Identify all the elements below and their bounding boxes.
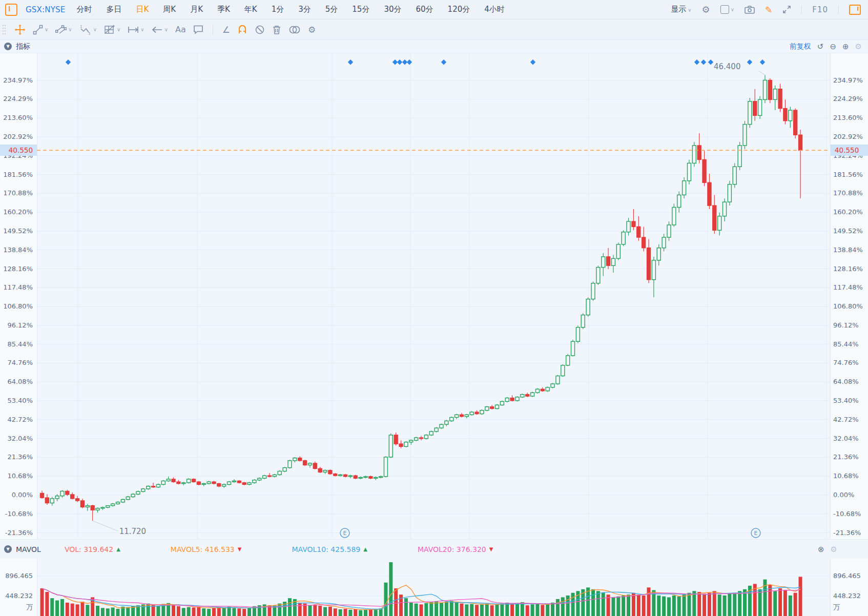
svg-text:E: E [343, 530, 347, 537]
y-axis-label: 106.80% [833, 302, 867, 311]
up-triangle-icon: ▲ [363, 546, 367, 552]
sidebar-toggle-icon[interactable] [5, 4, 17, 16]
event-diamond-icon [747, 59, 752, 65]
volume-indicator-bar: ▼ MAVOL VOL: 319.642▲MAVOL5: 416.533▼MAV… [0, 539, 868, 559]
main-chart-pane[interactable]: EE 234.97%234.97%224.29%224.29%213.60%21… [0, 53, 868, 539]
y-axis-label: 32.04% [833, 435, 867, 443]
mavol-legend-item[interactable]: MAVOL10: 425.589▲ [292, 545, 367, 553]
event-diamond-icon [708, 59, 713, 65]
volume-axis-unit: 万 [0, 603, 33, 612]
tab-120分[interactable]: 120分 [448, 5, 470, 14]
high-price-annotation: 46.400 [714, 62, 741, 71]
settings-icon[interactable]: ⚙ [702, 4, 710, 15]
event-diamond-icon [397, 59, 402, 65]
y-axis-label: 42.72% [0, 416, 33, 424]
y-axis-label: 181.56% [0, 171, 33, 179]
zoom-out-icon[interactable]: ⊖ [830, 42, 836, 51]
down-triangle-icon: ▼ [489, 546, 493, 552]
arrow-tool-icon[interactable]: ∨ [152, 26, 168, 34]
chevron-down-icon: ∨ [688, 7, 691, 13]
move-tool-icon[interactable] [14, 24, 26, 35]
y-axis-label: 32.04% [0, 435, 33, 443]
adjust-mode-button[interactable]: 前复权 [790, 42, 811, 51]
y-axis-label: 128.16% [0, 265, 33, 273]
right-panel-toggle-icon[interactable] [849, 5, 861, 15]
event-diamond-icon [402, 59, 407, 65]
tab-年K[interactable]: 年K [244, 5, 257, 14]
collapse-indicator-icon[interactable]: ▼ [4, 43, 12, 50]
volume-pane[interactable]: 896.465896.465448.232448.232万万 [0, 559, 868, 616]
volume-chart[interactable] [0, 559, 868, 616]
zoom-in-icon[interactable]: ⊕ [842, 42, 849, 51]
y-axis-label: 96.12% [0, 321, 33, 330]
measure-tool-icon[interactable]: ∨ [128, 25, 144, 34]
layout-selector-icon[interactable]: ∨ [720, 5, 734, 14]
y-axis-label: 117.48% [833, 283, 867, 292]
pane-settings-icon[interactable]: ⚙ [855, 42, 862, 51]
hide-drawings-icon[interactable] [255, 25, 265, 35]
y-axis-label: 74.76% [0, 359, 33, 367]
draw-pencil-icon[interactable]: ✎ [765, 5, 772, 15]
volume-axis-unit: 万 [833, 603, 867, 612]
fullscreen-icon[interactable] [782, 5, 791, 14]
tab-日K[interactable]: 日K [136, 5, 149, 14]
y-axis-label: 64.08% [833, 378, 867, 386]
collapse-volume-icon[interactable]: ▼ [4, 545, 12, 553]
tab-60分[interactable]: 60分 [416, 5, 433, 14]
tab-4小时[interactable]: 4小时 [484, 5, 505, 14]
chevron-down-icon: ∨ [45, 27, 48, 32]
event-diamond-icon [530, 59, 535, 65]
symbol-label[interactable]: GSX:NYSE [26, 5, 65, 14]
close-volume-pane-icon[interactable]: ⊗ [818, 545, 824, 554]
delete-drawings-icon[interactable] [272, 25, 281, 35]
tab-15分[interactable]: 15分 [352, 5, 369, 14]
y-axis-label: 85.44% [833, 340, 867, 348]
y-axis-label: 74.76% [833, 359, 867, 367]
channel-tool-icon[interactable]: ∨ [55, 25, 72, 35]
mavol-title: MAVOL [16, 545, 41, 553]
volume-settings-icon[interactable]: ⚙ [831, 545, 837, 554]
volume-axis-label: 448.232 [833, 592, 867, 600]
compare-overlay-icon[interactable] [288, 25, 301, 34]
wave-tool-icon[interactable]: 13 ∨ [79, 24, 97, 35]
trendline-tool-icon[interactable]: ∨ [33, 25, 48, 35]
tab-分时[interactable]: 分时 [76, 5, 92, 14]
pattern-tool-icon[interactable]: ∨ [104, 24, 120, 35]
tab-周K[interactable]: 周K [163, 5, 176, 14]
tab-3分[interactable]: 3分 [298, 5, 311, 14]
reset-zoom-icon[interactable]: ↺ [817, 42, 824, 51]
mavol-legend-item[interactable]: MAVOL5: 416.533▼ [171, 545, 242, 553]
y-axis-label: 170.88% [0, 189, 33, 197]
y-axis-label: -21.36% [833, 529, 867, 537]
chevron-down-icon: ∨ [93, 27, 97, 32]
mavol-legend-item[interactable]: VOL: 319.642▲ [65, 545, 120, 553]
display-dropdown[interactable]: 显示∨ [671, 5, 691, 14]
tab-季K[interactable]: 季K [217, 5, 230, 14]
y-axis-label: -10.68% [0, 510, 33, 518]
chevron-down-icon: ∨ [731, 7, 734, 12]
y-axis-label: 160.20% [833, 208, 867, 216]
tab-1分[interactable]: 1分 [272, 5, 284, 14]
tab-30分[interactable]: 30分 [384, 5, 401, 14]
y-axis-label: 128.16% [833, 265, 867, 273]
text-tool-icon[interactable]: Aa [175, 25, 186, 34]
candlestick-chart[interactable]: EE [0, 53, 868, 539]
drag-handle[interactable] [2, 24, 6, 35]
tab-多日[interactable]: 多日 [106, 5, 121, 14]
y-axis-label: -21.36% [0, 529, 33, 537]
tab-月K[interactable]: 月K [190, 5, 203, 14]
angle-tool-icon[interactable]: ∠ [222, 25, 230, 35]
screenshot-camera-icon[interactable] [745, 6, 755, 14]
y-axis-label: 224.29% [0, 95, 33, 103]
mavol-legend-item[interactable]: MAVOL20: 376.320▼ [418, 545, 493, 553]
toolbar-settings-icon[interactable]: ⚙ [308, 25, 316, 35]
y-axis-label: 149.52% [0, 227, 33, 235]
up-triangle-icon: ▲ [116, 546, 120, 552]
tab-5分[interactable]: 5分 [325, 5, 338, 14]
down-triangle-icon: ▼ [238, 546, 242, 552]
f10-button[interactable]: F10 [812, 5, 828, 14]
top-toolbar: GSX:NYSE 分时多日日K周K月K季K年K1分3分5分15分30分60分12… [0, 0, 868, 19]
comment-tool-icon[interactable] [193, 25, 203, 34]
y-axis-label: -10.68% [833, 510, 867, 518]
magnet-tool-icon[interactable] [237, 25, 247, 35]
